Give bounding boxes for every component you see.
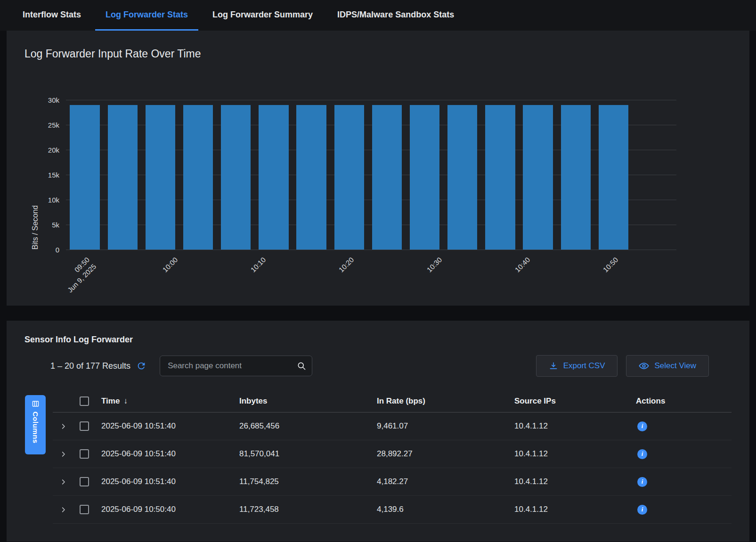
cell-inbytes: 26,685,456 xyxy=(233,421,371,431)
table-row: 2025-06-09 10:51:4081,570,04128,892.2710… xyxy=(53,440,732,468)
chart-bar-slot xyxy=(330,100,368,250)
row-info-icon[interactable]: i xyxy=(637,477,647,487)
chart-bar-slot xyxy=(293,100,330,250)
row-info-icon[interactable]: i xyxy=(637,505,647,515)
sort-desc-icon[interactable]: ↓ xyxy=(123,396,128,405)
row-checkbox[interactable] xyxy=(80,477,89,486)
cell-in_rate: 9,461.07 xyxy=(371,421,508,431)
tab-bar: Interflow Stats Log Forwarder Stats Log … xyxy=(0,0,756,31)
cell-in_rate: 4,139.6 xyxy=(371,505,508,514)
chart-bar[interactable] xyxy=(296,105,326,250)
expand-row-icon[interactable] xyxy=(60,423,67,430)
table-row: 2025-06-09 10:51:4011,754,8254,182.2710.… xyxy=(53,468,732,496)
chart-bar-slot xyxy=(141,100,179,250)
chart-bar[interactable] xyxy=(108,105,138,250)
cell-source_ips: 10.4.1.12 xyxy=(508,449,630,459)
cell-time: 2025-06-09 10:51:40 xyxy=(95,449,233,459)
row-checkbox[interactable] xyxy=(80,421,89,431)
select-view-button[interactable]: Select View xyxy=(626,355,709,377)
chart-xtick-label: 10:00 xyxy=(161,255,180,275)
cell-time: 2025-06-09 10:51:40 xyxy=(95,477,233,486)
chart-bar-slot xyxy=(481,100,519,250)
chart-xtick-label: 10:30 xyxy=(425,255,444,275)
refresh-button[interactable] xyxy=(136,361,146,371)
expand-row-icon[interactable] xyxy=(60,506,67,513)
column-header-source_ips[interactable]: Source IPs xyxy=(508,396,630,406)
column-header-in_rate[interactable]: In Rate (bps) xyxy=(371,396,508,406)
chart-bar[interactable] xyxy=(372,105,402,250)
chart-title: Log Forwarder Input Rate Over Time xyxy=(7,31,749,60)
table-row: 2025-06-09 10:51:4026,685,4569,461.0710.… xyxy=(53,413,732,440)
row-checkbox[interactable] xyxy=(80,505,89,514)
tab-idps-malware-sandbox-stats[interactable]: IDPS/Malware Sandbox Stats xyxy=(327,0,464,31)
chart-xtick-label: 10:20 xyxy=(337,255,356,275)
search-input[interactable] xyxy=(160,361,312,371)
column-header-inbytes[interactable]: Inbytes xyxy=(233,396,371,406)
chart-xtick-label: 09:50Jun 9, 2025 xyxy=(59,255,98,295)
chart-bar[interactable] xyxy=(599,105,628,250)
chart-bar-slot xyxy=(255,100,293,250)
cell-source_ips: 10.4.1.12 xyxy=(508,477,630,486)
cell-time: 2025-06-09 10:51:40 xyxy=(95,421,233,431)
chart-bar-slot xyxy=(519,100,557,250)
column-header-time[interactable]: Time↓ xyxy=(95,396,233,406)
chart-bar[interactable] xyxy=(334,105,364,250)
export-csv-button[interactable]: Export CSV xyxy=(536,355,618,377)
data-table: Time↓InbytesIn Rate (bps)Source IPsActio… xyxy=(53,390,732,524)
chart-xtick-label: 10:50 xyxy=(601,255,620,275)
chart-bar[interactable] xyxy=(183,105,213,250)
select-all-checkbox[interactable] xyxy=(80,396,89,406)
chart-xticks: 09:50Jun 9, 202510:0010:1010:2010:3010:4… xyxy=(66,250,676,304)
cell-inbytes: 11,723,458 xyxy=(233,505,371,514)
chart-bar[interactable] xyxy=(70,105,99,250)
table-controls: 1 – 20 of 177 Results Export CSV Select … xyxy=(24,355,732,377)
cell-inbytes: 11,754,825 xyxy=(233,477,371,486)
cell-actions: i xyxy=(630,421,732,431)
table-header-row: Time↓InbytesIn Rate (bps)Source IPsActio… xyxy=(53,390,732,413)
chart-bar[interactable] xyxy=(146,105,175,250)
tab-log-forwarder-summary[interactable]: Log Forwarder Summary xyxy=(202,0,323,31)
expand-row-icon[interactable] xyxy=(60,451,67,458)
chart-ytick-label: 20k xyxy=(48,146,59,154)
chart-bar[interactable] xyxy=(447,105,477,250)
chart-ytick-label: 15k xyxy=(48,171,59,179)
row-info-icon[interactable]: i xyxy=(637,449,647,459)
tab-log-forwarder-stats[interactable]: Log Forwarder Stats xyxy=(95,0,198,31)
chart-plot: Bits / Second 09:50Jun 9, 202510:0010:10… xyxy=(66,100,676,250)
chart-bar[interactable] xyxy=(221,105,251,250)
cell-actions: i xyxy=(630,504,732,515)
table-grid-icon xyxy=(32,400,40,408)
refresh-icon xyxy=(136,361,146,371)
row-checkbox[interactable] xyxy=(80,449,89,459)
row-info-icon[interactable]: i xyxy=(637,421,647,431)
cell-inbytes: 81,570,041 xyxy=(233,449,371,459)
cell-actions: i xyxy=(630,477,732,487)
chart-bar[interactable] xyxy=(485,105,515,250)
chart-bar-slot xyxy=(66,100,104,250)
chart-panel: Log Forwarder Input Rate Over Time Bits … xyxy=(7,31,749,306)
chart-bar-slot xyxy=(594,100,632,250)
search-box xyxy=(160,356,312,376)
column-header-actions[interactable]: Actions xyxy=(630,396,732,406)
chart-bar-slot xyxy=(104,100,141,250)
chart-bar[interactable] xyxy=(410,105,439,250)
chart-bars xyxy=(66,100,633,250)
expand-row-icon[interactable] xyxy=(60,478,67,485)
chart-bar[interactable] xyxy=(259,105,288,250)
cell-source_ips: 10.4.1.12 xyxy=(508,505,630,514)
chart-bar-slot xyxy=(557,100,594,250)
chart-bar-slot xyxy=(179,100,217,250)
tab-interflow-stats[interactable]: Interflow Stats xyxy=(12,0,91,31)
download-icon xyxy=(549,361,558,371)
results-summary: 1 – 20 of 177 Results xyxy=(50,361,130,371)
chart-ytick-label: 10k xyxy=(48,196,59,204)
chart-bar-slot xyxy=(444,100,481,250)
columns-button[interactable]: Columns xyxy=(25,395,46,454)
chart-xtick-label: 10:10 xyxy=(249,255,268,275)
chart-bar[interactable] xyxy=(561,105,591,250)
chart-bar[interactable] xyxy=(523,105,553,250)
table-title: Sensor Info Log Forwarder xyxy=(24,321,732,345)
chart-ytick-label: 30k xyxy=(48,96,59,104)
search-icon xyxy=(297,361,306,371)
cell-time: 2025-06-09 10:50:40 xyxy=(95,505,233,514)
